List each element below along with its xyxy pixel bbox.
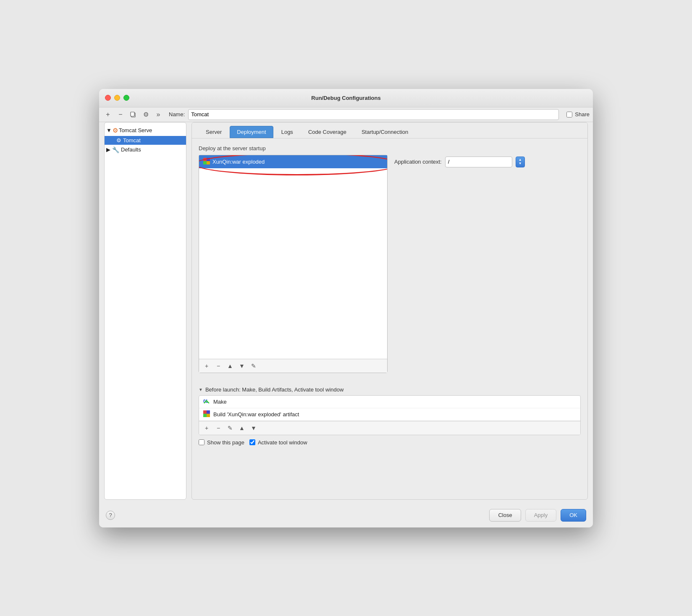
more-config-button[interactable]: » [153,109,164,120]
before-launch-arrow-icon: ▼ [199,387,203,392]
bottom-options-row: Show this page Activate tool window [199,435,581,446]
before-launch-list: 01 Make [199,395,581,435]
close-button[interactable]: Close [489,509,521,522]
share-checkbox[interactable] [566,112,572,117]
svg-rect-8 [207,410,210,414]
remove-config-button[interactable]: − [115,109,126,120]
deploy-list-toolbar: + − ▲ ▼ ✎ [199,359,387,373]
tomcat-server-label: Tomcat Serve [119,127,152,133]
bl-remove-button[interactable]: − [213,423,223,433]
minimize-window-button[interactable] [114,95,120,101]
tomcat-server-icon: ⚙ [113,127,118,134]
bl-down-button[interactable]: ▼ [249,423,259,433]
deployment-panel: Deploy at the server startup [192,138,587,380]
deploy-list-item-wrapper: XunQin:war exploded [199,155,387,168]
tab-deployment[interactable]: Deployment [230,126,273,138]
show-page-checkbox[interactable] [199,439,204,445]
deploy-section-label: Deploy at the server startup [199,145,581,151]
before-launch-header[interactable]: ▼ Before launch: Make, Build Artifacts, … [199,386,581,393]
window-body: + − ⚙ » Name: Share [99,107,593,527]
defaults-label: Defaults [121,146,141,153]
bl-up-button[interactable]: ▲ [237,423,247,433]
share-area: Share [566,111,590,117]
svg-rect-7 [203,410,207,414]
settings-config-button[interactable]: ⚙ [140,109,151,120]
spinner-up-icon: ▲ [519,158,522,162]
run-debug-config-window: Run/Debug Configurations + − ⚙ » Name: [99,89,593,527]
tab-startup-connection[interactable]: Startup/Connection [354,126,415,138]
svg-rect-10 [207,414,210,417]
help-button[interactable]: ? [106,511,115,520]
bl-add-button[interactable]: + [202,423,212,433]
svg-rect-9 [203,414,207,417]
config-toolbar: + − ⚙ » Name: Share [99,107,593,122]
show-page-label: Show this page [207,439,244,446]
deploy-up-button[interactable]: ▲ [225,361,235,371]
app-context-label: Application context: [394,159,442,165]
titlebar: Run/Debug Configurations [99,89,593,107]
maximize-window-button[interactable] [123,95,129,101]
deploy-list-item[interactable]: XunQin:war exploded [199,155,387,168]
before-launch-toolbar: + − ✎ ▲ ▼ [199,421,580,435]
tab-server[interactable]: Server [199,126,229,138]
deploy-edit-button[interactable]: ✎ [249,361,259,371]
sidebar: ▼ ⚙ Tomcat Serve ⚙ Tomcat ▶ 🔧 Defaults [104,122,186,500]
settings-icon: ⚙ [143,111,149,118]
footer: ? Close Apply OK [99,505,593,527]
make-label: Make [213,399,227,405]
right-panel: Server Deployment Logs Code Coverage Sta… [191,122,588,500]
sidebar-item-tomcat[interactable]: ⚙ Tomcat [105,136,186,145]
spinner-down-icon: ▼ [519,162,522,165]
deploy-add-button[interactable]: + [202,361,212,371]
deploy-list: XunQin:war exploded [199,155,387,359]
before-launch-label: Before launch: Make, Build Artifacts, Ac… [205,386,344,393]
deploy-area: XunQin:war exploded + − ▲ ▼ ✎ [199,155,581,373]
name-input[interactable] [188,109,559,120]
tab-logs[interactable]: Logs [274,126,300,138]
tomcat-icon: ⚙ [116,137,121,144]
tabs-row: Server Deployment Logs Code Coverage Sta… [192,123,587,138]
defaults-icon: 🔧 [112,146,119,153]
svg-rect-3 [207,158,210,161]
activate-window-checkbox-row: Activate tool window [249,439,307,446]
war-exploded-icon [203,158,210,166]
show-page-checkbox-row: Show this page [199,439,244,446]
make-icon: 01 [203,398,210,406]
bl-edit-button[interactable]: ✎ [225,423,235,433]
close-window-button[interactable] [105,95,111,101]
name-row: Name: Share [169,109,590,120]
deploy-list-container: XunQin:war exploded + − ▲ ▼ ✎ [199,155,388,373]
sidebar-item-defaults[interactable]: ▶ 🔧 Defaults [105,145,186,155]
artifact-icon [203,410,210,418]
tab-code-coverage[interactable]: Code Coverage [301,126,354,138]
svg-rect-1 [131,112,134,116]
sidebar-item-tomcat-server[interactable]: ▼ ⚙ Tomcat Serve [105,125,186,136]
app-context-row: Application context: ▲ ▼ [394,157,525,167]
app-context-input[interactable] [445,157,512,167]
collapse-arrow-icon: ▼ [106,127,112,133]
window-title: Run/Debug Configurations [311,95,380,101]
svg-rect-4 [203,161,207,164]
share-label: Share [575,111,590,117]
defaults-arrow-icon: ▶ [106,146,110,153]
artifact-label: Build 'XunQin:war exploded' artifact [213,411,299,418]
tomcat-label: Tomcat [123,137,141,144]
svg-rect-5 [207,161,210,164]
before-launch-item-make: 01 Make [199,396,580,408]
deploy-item-label: XunQin:war exploded [212,159,265,165]
app-context-area: Application context: ▲ ▼ [394,155,525,373]
activate-window-label: Activate tool window [258,439,307,446]
copy-config-button[interactable] [128,109,139,120]
app-context-spinner[interactable]: ▲ ▼ [516,157,525,167]
deploy-remove-button[interactable]: − [213,361,223,371]
activate-window-checkbox[interactable] [249,439,255,445]
window-controls [105,95,129,101]
deploy-down-button[interactable]: ▼ [237,361,247,371]
copy-icon [130,111,136,118]
add-config-button[interactable]: + [102,109,113,120]
svg-rect-2 [203,158,207,161]
main-content: ▼ ⚙ Tomcat Serve ⚙ Tomcat ▶ 🔧 Defaults [99,122,593,505]
before-launch-section: ▼ Before launch: Make, Build Artifacts, … [192,386,587,449]
ok-button[interactable]: OK [561,509,586,522]
apply-button[interactable]: Apply [525,509,557,522]
